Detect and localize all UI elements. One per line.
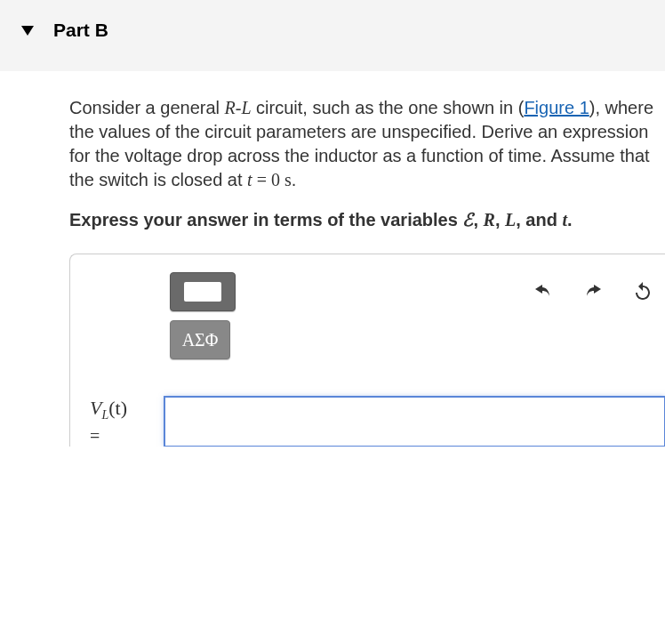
templates-icon: □ [184, 282, 221, 302]
sep: , [495, 210, 505, 229]
var-r: R [484, 210, 495, 229]
svg-rect-2 [206, 290, 215, 299]
prompt-text: Consider a general [69, 98, 225, 117]
part-title: Part B [53, 20, 108, 41]
redo-button[interactable] [578, 277, 608, 307]
undo-button[interactable] [528, 277, 558, 307]
var-l: L [505, 210, 516, 229]
reset-button[interactable] [628, 277, 658, 307]
figure-link[interactable]: Figure 1 [524, 98, 589, 117]
lhs-V: V [90, 397, 101, 419]
condition-eq: = 0 s [252, 170, 292, 189]
editor-toolbar: □ [170, 272, 665, 311]
answer-row: VL(t) = [90, 397, 665, 447]
greek-icon: ΑΣΦ [182, 330, 219, 350]
rl-symbol: R-L [225, 98, 252, 117]
var-emf: ℰ [462, 210, 473, 229]
editor-toolbar-row2: ΑΣΦ [170, 320, 665, 359]
templates-button[interactable]: □ [170, 272, 236, 311]
equals-sign: = [90, 425, 154, 447]
lhs-arg: (t) [108, 397, 127, 419]
greek-letters-button[interactable]: ΑΣΦ [170, 320, 230, 359]
answer-box: □ ΑΣΦ VL(t) [69, 254, 665, 447]
prompt-text: . [292, 170, 297, 189]
answer-input[interactable] [164, 397, 665, 447]
sep: , and [516, 210, 562, 229]
part-header[interactable]: Part B [0, 0, 665, 71]
prompt-text: circuit, such as the one shown in ( [252, 98, 525, 117]
question-prompt: Consider a general R-L circuit, such as … [69, 96, 665, 192]
answer-instruction: Express your answer in terms of the vari… [69, 208, 665, 232]
instr-text: Express your answer in terms of the vari… [69, 210, 462, 229]
undo-icon [533, 281, 554, 302]
redo-icon [582, 281, 604, 302]
content: Consider a general R-L circuit, such as … [0, 71, 665, 447]
answer-lhs: VL(t) = [90, 397, 154, 447]
reset-icon [632, 281, 653, 302]
caret-down-icon [21, 26, 34, 36]
instr-text: . [567, 210, 573, 229]
sep: , [473, 210, 483, 229]
svg-rect-0 [188, 286, 196, 297]
